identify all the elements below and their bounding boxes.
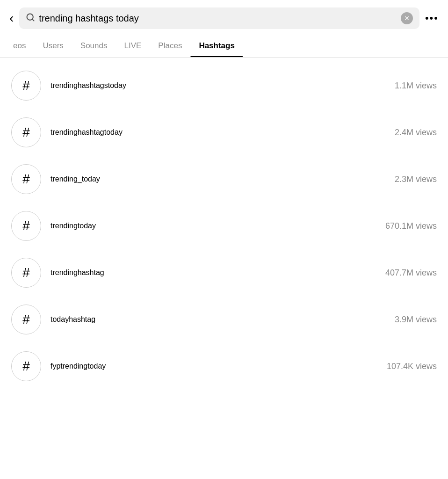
hashtag-item[interactable]: #todayhashtag3.9M views: [0, 296, 448, 343]
back-button[interactable]: ‹: [9, 12, 14, 25]
header: ‹ trending hashtags today •••: [0, 0, 448, 35]
clear-search-button[interactable]: [401, 12, 413, 24]
hashtag-item[interactable]: #trendinghashtagtoday2.4M views: [0, 109, 448, 156]
hashtag-name: trendinghashtagtoday: [51, 128, 385, 137]
hashtag-list: #trendinghashtagstoday1.1M views#trendin…: [0, 58, 448, 394]
hashtag-name: trendinghashtag: [51, 269, 376, 277]
hashtag-item[interactable]: #fyptrendingtoday107.4K views: [0, 343, 448, 390]
hash-icon: #: [11, 164, 41, 194]
hashtag-views: 107.4K views: [387, 362, 437, 371]
hashtag-views: 2.3M views: [395, 174, 437, 184]
hash-icon: #: [11, 71, 41, 101]
hashtag-views: 2.4M views: [395, 128, 437, 138]
tab-bar: eosUsersSoundsLIVEPlacesHashtags: [0, 35, 448, 58]
hashtag-item[interactable]: #trendinghashtagstoday1.1M views: [0, 62, 448, 109]
hash-icon: #: [11, 258, 41, 288]
tab-live[interactable]: LIVE: [116, 35, 150, 57]
hashtag-views: 3.9M views: [395, 315, 437, 325]
hashtag-name: trendingtoday: [51, 222, 376, 230]
hashtag-name: todayhashtag: [51, 315, 385, 324]
svg-line-1: [32, 19, 34, 21]
hash-icon: #: [11, 351, 41, 381]
search-icon: [26, 13, 35, 24]
hashtag-name: trending_today: [51, 175, 385, 183]
hashtag-item[interactable]: #trendingtoday670.1M views: [0, 203, 448, 249]
hash-icon: #: [11, 117, 41, 147]
search-query-text: trending hashtags today: [39, 13, 397, 24]
hash-icon: #: [11, 211, 41, 241]
hashtag-views: 1.1M views: [395, 81, 437, 91]
tab-users[interactable]: Users: [34, 35, 72, 57]
hashtag-name: trendinghashtagstoday: [51, 81, 385, 90]
tab-sounds[interactable]: Sounds: [72, 35, 116, 57]
tab-videos[interactable]: eos: [5, 35, 34, 57]
more-options-button[interactable]: •••: [425, 12, 439, 24]
hashtag-name: fyptrendingtoday: [51, 362, 377, 370]
hashtag-views: 407.7M views: [385, 268, 437, 278]
hashtag-item[interactable]: #trending_today2.3M views: [0, 156, 448, 203]
hashtag-views: 670.1M views: [385, 221, 437, 231]
hash-icon: #: [11, 305, 41, 334]
tab-places[interactable]: Places: [150, 35, 190, 57]
hashtag-item[interactable]: #trendinghashtag407.7M views: [0, 249, 448, 296]
search-bar[interactable]: trending hashtags today: [19, 7, 419, 29]
tab-hashtags[interactable]: Hashtags: [190, 35, 243, 57]
